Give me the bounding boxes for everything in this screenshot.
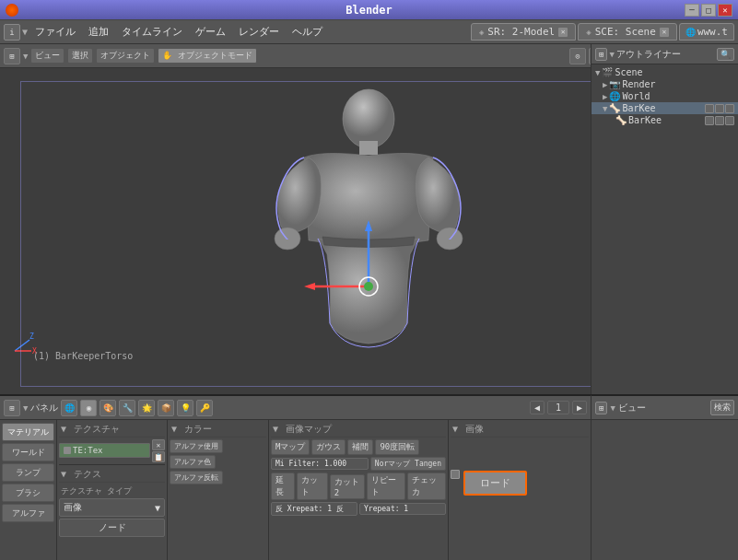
minimize-button[interactable]: ─: [685, 4, 699, 17]
outliner-item-barkee1[interactable]: ▼ 🦴 BarKee: [592, 102, 738, 114]
color-options: アルファ使用 アルファ色 アルファ反転: [170, 439, 266, 484]
scene-label: Scene: [615, 67, 642, 77]
extend-btn[interactable]: 延長: [271, 472, 295, 500]
right-bottom-search[interactable]: 検索: [710, 400, 734, 415]
tab-sce-scene[interactable]: ◈ SCE: Scene ✕: [578, 23, 677, 41]
filter-field[interactable]: Mi Filter: 1.000: [271, 458, 369, 470]
repeat-x-field[interactable]: 反 Xrepeat: 1 反: [271, 502, 357, 516]
color-header-label: カラー: [184, 424, 212, 434]
color-header: ▼ カラー: [170, 422, 266, 438]
outliner-grid-icon[interactable]: ⊞: [595, 48, 607, 61]
mmap-btn[interactable]: Mマップ: [271, 439, 310, 455]
tex-copy-btn[interactable]: 📋: [152, 451, 165, 462]
load-indicator: [451, 470, 460, 479]
repeat-btn[interactable]: リピート: [367, 472, 405, 500]
cam-icon-2[interactable]: [715, 116, 724, 125]
tex-type-selector[interactable]: 画像 ▼: [59, 498, 165, 517]
panel-grid-icon[interactable]: ⊞: [4, 400, 20, 416]
tex-entry[interactable]: TE:Tex: [59, 443, 150, 458]
brush-btn[interactable]: ブラシ: [2, 484, 54, 502]
menu-add[interactable]: 追加: [83, 23, 114, 41]
lamp-btn[interactable]: ランプ: [2, 463, 54, 482]
world-btn[interactable]: ワールド: [2, 443, 54, 461]
panel-icon5[interactable]: 🌟: [138, 400, 155, 416]
gauss-btn[interactable]: ガウス: [311, 439, 346, 455]
panel-icon3[interactable]: 🎨: [100, 400, 116, 416]
tex-sub-label: テクス: [74, 469, 101, 479]
panel-icon2[interactable]: ◉: [80, 400, 97, 416]
window-controls: ─ □ ✕: [685, 4, 732, 17]
next-frame-btn[interactable]: ▶: [572, 401, 587, 414]
viewport-grid-icon[interactable]: ⊞: [4, 48, 20, 64]
tex-sub-arrow: ▼: [61, 469, 66, 479]
render-icon-1[interactable]: [725, 104, 734, 113]
world-icon: 🌐: [609, 91, 620, 101]
bottom-area: ⊞ ▼ パネル 🌐 ◉ 🎨 🔧 🌟 📦 💡 🔑 ◀ 1 ▶ マテリアル ワールド…: [0, 394, 591, 560]
svg-rect-1: [359, 141, 378, 155]
frame-number: 1: [547, 401, 569, 414]
menu-timeline[interactable]: タイムライン: [116, 23, 188, 41]
object-menu[interactable]: オブジェクト: [96, 48, 155, 64]
svg-point-0: [343, 89, 394, 148]
cam-icon-1[interactable]: [715, 104, 724, 113]
maximize-button[interactable]: □: [701, 4, 716, 17]
panel-icon6[interactable]: 📦: [158, 400, 174, 416]
eye-icon-1[interactable]: [705, 104, 714, 113]
cut2-btn[interactable]: カット2: [330, 474, 366, 499]
load-button[interactable]: ロード: [463, 471, 527, 496]
menu-render[interactable]: レンダー: [233, 23, 285, 41]
outliner-search-icon[interactable]: 🔍: [717, 48, 734, 61]
alpha-invert-btn[interactable]: アルファ反転: [170, 471, 223, 484]
checker-btn[interactable]: チェッカ: [407, 472, 446, 500]
tex-x-btn[interactable]: ✕: [152, 439, 165, 450]
right-panel: ⊞ ▼ アウトライナー 🔍 ▼ 🎬 Scene ▶ 📷 Render ▶ 🌐: [591, 44, 738, 394]
tab2-close-icon[interactable]: ✕: [660, 28, 669, 37]
tab1-close-icon[interactable]: ✕: [558, 28, 568, 37]
render-icon-2[interactable]: [725, 116, 734, 125]
alpha-btn[interactable]: アルファ: [2, 504, 54, 522]
vp-arrow: ▼: [23, 52, 28, 61]
pivot-icon[interactable]: ⊙: [569, 48, 586, 64]
menu-bar: i ▼ ファイル 追加 タイムライン ゲーム レンダー ヘルプ ◈ SR: 2-…: [0, 20, 738, 44]
panel-icon8[interactable]: 🔑: [196, 400, 213, 416]
menu-file[interactable]: ファイル: [29, 23, 81, 41]
normap-btn[interactable]: Norマップ Tangen: [370, 457, 446, 471]
repeat-y-field[interactable]: Yrepeat: 1: [359, 503, 446, 515]
tree-arrow-barkee1: ▼: [603, 104, 607, 113]
eye-icon-2[interactable]: [705, 116, 714, 125]
imagemap-panel: ▼ 画像マップ Mマップ ガウス 補間 90度回転 Mi Filter: 1.0…: [269, 420, 449, 560]
right-bottom-arrow: ▼: [610, 403, 615, 413]
info-icon[interactable]: i: [4, 24, 20, 41]
view-menu[interactable]: ビュー: [30, 48, 64, 64]
panel-label[interactable]: パネル: [30, 402, 58, 414]
right-bottom-icon[interactable]: ⊞: [595, 402, 607, 414]
rotate90-btn[interactable]: 90度回転: [375, 439, 419, 455]
outliner-item-world[interactable]: ▶ 🌐 World: [592, 90, 738, 102]
close-button[interactable]: ✕: [718, 4, 732, 17]
outliner-item-render[interactable]: ▶ 📷 Render: [592, 78, 738, 90]
mode-selector[interactable]: ✋ オブジェクトモード: [158, 48, 256, 64]
menu-game[interactable]: ゲーム: [190, 23, 231, 41]
panel-icon4[interactable]: 🔧: [119, 400, 135, 416]
tab-www[interactable]: 🌐 www.t: [679, 23, 734, 41]
alpha-color-btn[interactable]: アルファ色: [170, 455, 216, 469]
tab-sr-model[interactable]: ◈ SR: 2-Model ✕: [471, 23, 576, 41]
cut-btn[interactable]: カット: [297, 472, 328, 500]
panel-icon7[interactable]: 💡: [177, 400, 193, 416]
menu-help[interactable]: ヘルプ: [287, 23, 328, 41]
material-btn[interactable]: マテリアル: [2, 423, 54, 441]
tex-divider: [59, 464, 165, 465]
outliner-item-scene[interactable]: ▼ 🎬 Scene: [592, 66, 738, 78]
alpha-use-btn[interactable]: アルファ使用: [170, 439, 223, 453]
tex-header-arrow: ▼: [61, 424, 66, 434]
outliner-title: アウトライナー: [616, 48, 681, 61]
prev-frame-btn[interactable]: ◀: [530, 401, 545, 414]
tex-node-btn[interactable]: ノード: [59, 519, 165, 537]
select-menu[interactable]: 選択: [67, 48, 93, 64]
interp-btn[interactable]: 補間: [347, 439, 373, 455]
svg-text:Z: Z: [29, 332, 34, 341]
barkee2-icon: 🦴: [615, 115, 627, 125]
panel-icon1[interactable]: 🌐: [61, 400, 77, 416]
panel-content: マテリアル ワールド ランプ ブラシ アルファ ▼ テクスチャ TE:Tex ✕…: [0, 420, 591, 560]
outliner-item-barkee2[interactable]: 🦴 BarKee: [592, 114, 738, 126]
